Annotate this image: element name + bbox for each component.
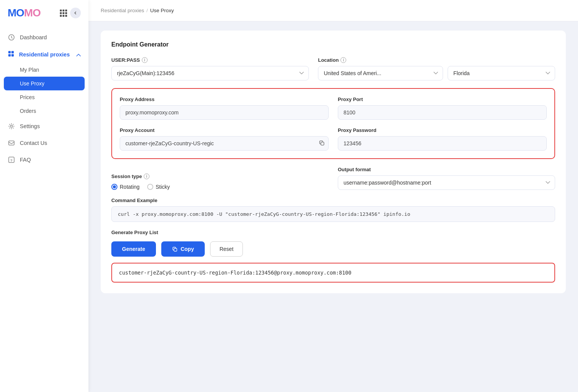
address-port-row: Proxy Address Proxy Port [120,96,547,120]
rotating-radio-label[interactable]: Rotating [111,184,140,190]
svg-text:?: ? [10,158,13,162]
content-scroll: Endpoint Generator USER:PASS i rjeZaCyG(… [88,21,578,392]
session-type-group: Session type i Rotating Sticky [111,174,329,190]
sidebar-item-prices[interactable]: Prices [0,90,88,104]
output-format-group: Output format username:password@hostname… [338,167,555,190]
gear-icon [8,122,15,130]
action-buttons-row: Generate Copy Reset [111,241,555,257]
output-format-label: Output format [338,167,555,172]
sidebar-item-settings[interactable]: Settings [0,118,88,135]
svg-rect-9 [321,142,324,145]
proxy-account-input[interactable] [120,136,329,151]
svg-rect-1 [8,51,11,53]
sidebar-nav: Dashboard Residential proxies My Plan Us… [0,26,88,392]
proxy-account-group: Proxy Account [120,127,329,151]
sticky-radio-label[interactable]: Sticky [147,184,170,190]
sidebar-item-contact[interactable]: Contact Us [0,135,88,151]
endpoint-generator-title: Endpoint Generator [111,41,555,48]
command-example-box: curl -x proxy.momoproxy.com:8100 -U "cus… [111,206,555,222]
svg-rect-2 [11,51,14,53]
sidebar-item-dashboard[interactable]: Dashboard [0,29,88,46]
chevron-up-icon [76,51,81,58]
proxy-address-group: Proxy Address [120,96,329,120]
generate-proxy-label: Generate Proxy List [111,230,555,235]
endpoint-generator-card: Endpoint Generator USER:PASS i rjeZaCyG(… [101,31,566,293]
svg-rect-6 [9,141,14,145]
sidebar-contact-label: Contact Us [20,140,47,146]
sidebar-item-dashboard-label: Dashboard [20,34,47,40]
logo-area: MOMO [0,0,88,26]
proxy-account-copy-icon[interactable] [319,140,325,147]
sidebar-item-orders[interactable]: Orders [0,104,88,118]
sidebar: MOMO Dashboard Residential pro [0,0,88,392]
sidebar-residential-label: Residential proxies [19,51,70,58]
command-example-label: Command Example [111,198,555,203]
faq-icon: ? [8,156,15,164]
svg-rect-4 [11,54,14,56]
session-output-row: Session type i Rotating Sticky [111,167,555,190]
result-box: customer-rjeZaCyG-country-US-region-Flor… [111,263,555,283]
grid-apps-icon[interactable] [60,10,67,17]
user-pass-label: USER:PASS i [111,57,309,63]
back-button[interactable] [70,8,81,18]
sticky-radio[interactable] [147,184,153,190]
session-type-label: Session type i [111,174,329,179]
user-location-row: USER:PASS i rjeZaCyG(Main):123456 Locati… [111,57,555,80]
user-pass-select[interactable]: rjeZaCyG(Main):123456 [111,66,309,80]
proxy-address-input[interactable] [120,105,329,120]
rotating-radio[interactable] [111,184,117,190]
sidebar-item-myplan[interactable]: My Plan [0,63,88,77]
logo-text: MOMO [8,7,40,19]
generate-proxy-section: Generate Proxy List Generate Copy Reset … [111,230,555,283]
proxy-account-label: Proxy Account [120,127,329,133]
clock-icon [8,34,15,41]
copy-icon [172,246,178,252]
svg-point-5 [10,125,12,127]
sidebar-settings-label: Settings [20,123,40,129]
breadcrumb-parent: Residential proxies [101,8,144,13]
sidebar-faq-label: FAQ [20,157,31,163]
svg-rect-10 [174,248,177,251]
proxy-port-group: Proxy Port [338,96,547,120]
proxy-port-label: Proxy Port [338,96,547,102]
proxy-address-label: Proxy Address [120,96,329,102]
contact-icon [8,139,15,147]
proxy-account-wrapper [120,136,329,151]
breadcrumb-current: Use Proxy [150,8,174,13]
proxy-details-box: Proxy Address Proxy Port Proxy Account [111,88,555,159]
session-info-icon: i [144,174,149,179]
user-pass-group: USER:PASS i rjeZaCyG(Main):123456 [111,57,309,80]
sidebar-item-residential[interactable]: Residential proxies [0,46,88,63]
session-radio-group: Rotating Sticky [111,184,329,190]
breadcrumb: Residential proxies / Use Proxy [101,8,174,13]
main-area: Residential proxies / Use Proxy Endpoint… [88,0,578,392]
proxy-password-input[interactable] [338,136,547,151]
sidebar-item-faq[interactable]: ? FAQ [0,151,88,168]
residential-icon [8,50,14,58]
reset-button[interactable]: Reset [210,241,243,257]
user-pass-info-icon: i [142,57,148,63]
proxy-password-label: Proxy Password [338,127,547,133]
account-password-row: Proxy Account Proxy Password [120,127,547,151]
breadcrumb-separator: / [146,8,148,13]
svg-rect-3 [8,54,11,56]
location-info-icon: i [340,57,346,63]
generate-button[interactable]: Generate [111,241,156,257]
topbar: Residential proxies / Use Proxy [88,0,578,21]
location-label: Location i [318,57,555,63]
location-group: Location i United States of Ameri... Flo… [318,57,555,80]
output-format-select[interactable]: username:password@hostname:port [338,175,555,190]
country-select[interactable]: United States of Ameri... [318,66,443,80]
command-example-group: Command Example curl -x proxy.momoproxy.… [111,198,555,222]
copy-button[interactable]: Copy [161,241,205,257]
proxy-password-group: Proxy Password [338,127,547,151]
state-select[interactable]: Florida [448,66,555,80]
proxy-port-input[interactable] [338,105,547,120]
sidebar-item-useproxy[interactable]: Use Proxy [4,77,85,90]
